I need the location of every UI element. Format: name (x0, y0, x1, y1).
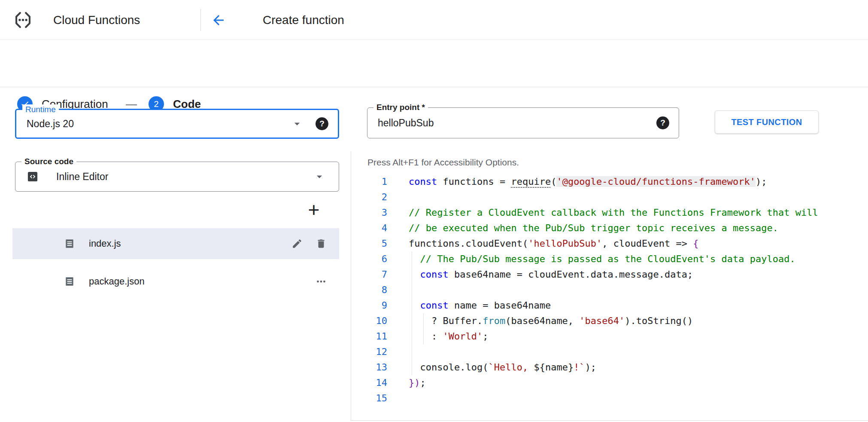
cloud-functions-logo-icon (13, 10, 33, 30)
line-number: 5 (351, 236, 387, 251)
dropdown-caret-icon (291, 117, 303, 130)
source-code-select[interactable]: Source code Inline Editor (15, 162, 339, 192)
line-number: 14 (351, 375, 387, 391)
line-number: 11 (351, 329, 387, 344)
code-editor-icon (27, 171, 39, 183)
code-line[interactable]: 13 console.log(`Hello, ${name}!`); (351, 360, 868, 375)
source-code-value: Inline Editor (56, 162, 108, 191)
code-line[interactable]: 2 (351, 190, 868, 205)
page-title: Create function (263, 0, 344, 40)
code-text: // be executed when the Pub/Sub trigger … (409, 220, 778, 236)
code-line[interactable]: 10 ? Buffer.from(base64name, 'base64').t… (351, 313, 868, 329)
create-function-page: Cloud Functions Create function Configur… (0, 0, 868, 422)
code-text: const base64name = cloudEvent.data.messa… (409, 267, 693, 282)
runtime-help-icon[interactable]: ? (316, 117, 328, 130)
stepper: Configuration — 2 Code (0, 40, 868, 87)
file-row-actions (289, 236, 339, 251)
product-title: Cloud Functions (53, 0, 140, 40)
line-number: 2 (351, 190, 387, 205)
code-line[interactable]: 15 (351, 391, 868, 406)
code-line[interactable]: 12 (351, 344, 868, 360)
code-text: : 'World'; (409, 329, 488, 344)
code-line[interactable]: 8 (351, 282, 868, 298)
code-text: // The Pub/Sub message is passed as the … (409, 251, 795, 267)
code-text: functions.cloudEvent('helloPubSub', clou… (409, 236, 699, 251)
file-name: package.json (89, 276, 145, 287)
test-function-button[interactable]: TEST FUNCTION (715, 110, 819, 134)
code-text: // Register a CloudEvent callback with t… (409, 205, 818, 220)
line-number: 9 (351, 298, 387, 313)
code-editor[interactable]: Press Alt+F1 for Accessibility Options. … (351, 151, 868, 421)
line-number: 6 (351, 251, 387, 267)
code-line[interactable]: 14}); (351, 375, 868, 391)
code-line[interactable]: 1const functions = require('@google-clou… (351, 174, 868, 190)
dropdown-caret-icon (313, 170, 326, 183)
file-icon (64, 276, 75, 287)
entry-point-value: helloPubSub (378, 108, 434, 138)
app-header: Cloud Functions Create function (0, 0, 868, 40)
line-number: 4 (351, 220, 387, 236)
file-row[interactable]: index.js (12, 228, 339, 259)
code-text: const functions = require('@google-cloud… (409, 174, 767, 190)
code-line[interactable]: 5functions.cloudEvent('helloPubSub', clo… (351, 236, 868, 251)
code-line[interactable]: 6 // The Pub/Sub message is passed as th… (351, 251, 868, 267)
entry-point-input[interactable]: Entry point * helloPubSub ? (367, 107, 679, 138)
file-icon (64, 238, 75, 249)
file-row[interactable]: package.json (12, 266, 339, 297)
line-number: 7 (351, 267, 387, 282)
code-line[interactable]: 11 : 'World'; (351, 329, 868, 344)
header-divider (200, 9, 201, 31)
line-number: 10 (351, 313, 387, 329)
code-text: console.log(`Hello, ${name}!`); (409, 360, 596, 375)
delete-file-button[interactable] (313, 236, 329, 251)
code-text: const name = base64name (409, 298, 551, 313)
line-number: 8 (351, 282, 387, 298)
file-more-options-button[interactable] (313, 274, 329, 289)
file-name: index.js (89, 238, 121, 249)
code-text: }); (409, 375, 426, 391)
accessibility-hint: Press Alt+F1 for Accessibility Options. (367, 157, 519, 168)
code-line[interactable]: 3// Register a CloudEvent callback with … (351, 205, 868, 220)
code-line[interactable]: 4// be executed when the Pub/Sub trigger… (351, 220, 868, 236)
line-number: 12 (351, 344, 387, 360)
back-arrow-icon (211, 12, 226, 28)
back-arrow-button[interactable] (210, 12, 227, 29)
code-text: ? Buffer.from(base64name, 'base64').toSt… (409, 313, 693, 329)
code-line[interactable]: 9 const name = base64name (351, 298, 868, 313)
code-area[interactable]: 1const functions = require('@google-clou… (351, 174, 868, 406)
line-number: 13 (351, 360, 387, 375)
line-number: 1 (351, 174, 387, 190)
file-row-actions (313, 274, 339, 289)
runtime-value: Node.js 20 (27, 110, 74, 138)
file-list: index.jspackage.json (12, 228, 339, 304)
entry-point-help-icon[interactable]: ? (656, 116, 669, 129)
add-file-button[interactable]: + (301, 197, 326, 222)
runtime-select[interactable]: Runtime Node.js 20 ? (15, 109, 339, 139)
line-number: 15 (351, 391, 387, 406)
edit-file-button[interactable] (289, 236, 305, 251)
line-number: 3 (351, 205, 387, 220)
code-line[interactable]: 7 const base64name = cloudEvent.data.mes… (351, 267, 868, 282)
